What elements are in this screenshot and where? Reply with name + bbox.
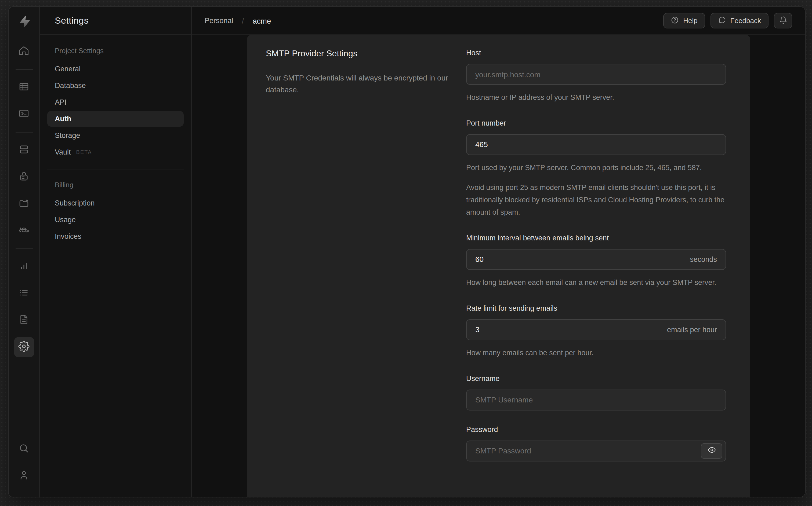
interval-label: Minimum interval between emails being se… bbox=[466, 234, 726, 242]
help-button[interactable]: Help bbox=[663, 13, 705, 28]
password-input-wrap bbox=[466, 440, 726, 461]
bar-chart-icon bbox=[18, 260, 29, 273]
sidebar-section-divider bbox=[47, 170, 184, 170]
sidebar-nav: Project Settings General Database API Au… bbox=[40, 35, 191, 257]
sidebar-item-api[interactable]: API bbox=[47, 94, 184, 110]
nav-heading-project-settings: Project Settings bbox=[47, 47, 184, 55]
sidebar-title: Settings bbox=[40, 7, 191, 35]
bell-icon bbox=[779, 16, 787, 25]
rail-user-button[interactable] bbox=[14, 466, 34, 486]
rail-reports-button[interactable] bbox=[14, 256, 34, 277]
rail-settings-button[interactable] bbox=[14, 337, 34, 357]
rate-limit-input[interactable] bbox=[475, 325, 661, 334]
lightning-bolt-icon bbox=[17, 15, 30, 28]
rail-logs-button[interactable] bbox=[14, 283, 34, 304]
list-icon bbox=[18, 287, 29, 300]
message-circle-icon bbox=[718, 16, 726, 25]
rail-storage-button[interactable] bbox=[14, 194, 34, 214]
toggle-password-visibility-button[interactable] bbox=[701, 443, 722, 458]
interval-unit: seconds bbox=[690, 255, 717, 263]
interval-helper: How long between each email can a new em… bbox=[466, 277, 726, 289]
top-bar: Personal / acme Help Feedback bbox=[192, 7, 805, 35]
feedback-button[interactable]: Feedback bbox=[711, 13, 768, 28]
user-icon bbox=[18, 470, 29, 482]
sidebar-item-database[interactable]: Database bbox=[47, 78, 184, 93]
breadcrumb-separator: / bbox=[242, 16, 244, 25]
sidebar-item-general[interactable]: General bbox=[47, 61, 184, 77]
port-input-wrap bbox=[466, 134, 726, 155]
interval-field-group: Minimum interval between emails being se… bbox=[466, 234, 726, 289]
rail-sql-editor-button[interactable] bbox=[14, 104, 34, 124]
settings-sidebar: Settings Project Settings General Databa… bbox=[40, 7, 192, 497]
sidebar-item-subscription[interactable]: Subscription bbox=[47, 195, 184, 211]
beta-badge: BETA bbox=[76, 149, 92, 155]
sidebar-item-vault[interactable]: Vault BETA bbox=[47, 144, 184, 160]
sidebar-item-usage[interactable]: Usage bbox=[47, 212, 184, 228]
nav-heading-billing: Billing bbox=[47, 181, 184, 189]
folder-icon bbox=[18, 197, 29, 210]
username-input[interactable] bbox=[475, 396, 717, 404]
smtp-form: Host Hostname or IP address of your SMTP… bbox=[466, 49, 726, 489]
rail-table-editor-button[interactable] bbox=[14, 77, 34, 98]
sidebar-item-invoices[interactable]: Invoices bbox=[47, 229, 184, 244]
section-info: SMTP Provider Settings Your SMTP Credent… bbox=[266, 49, 466, 489]
rail-search-button[interactable] bbox=[14, 439, 34, 459]
interval-input[interactable] bbox=[475, 255, 683, 263]
terminal-icon bbox=[18, 108, 29, 121]
header-actions: Help Feedback bbox=[663, 13, 792, 28]
help-circle-icon bbox=[671, 16, 679, 25]
rail-home-button[interactable] bbox=[14, 41, 34, 62]
app-window: Settings Project Settings General Databa… bbox=[8, 6, 806, 497]
interval-input-wrap: seconds bbox=[466, 249, 726, 270]
port-label: Port number bbox=[466, 119, 726, 127]
breadcrumb: Personal / acme bbox=[205, 16, 271, 25]
settings-content: SMTP Provider Settings Your SMTP Credent… bbox=[192, 35, 805, 497]
rail-docs-button[interactable] bbox=[14, 310, 34, 331]
lock-icon bbox=[18, 171, 29, 183]
rail-database-button[interactable] bbox=[14, 140, 34, 160]
smtp-settings-card: SMTP Provider Settings Your SMTP Credent… bbox=[247, 35, 750, 497]
rate-limit-field-group: Rate limit for sending emails emails per… bbox=[466, 304, 726, 359]
rail-divider bbox=[15, 132, 32, 133]
rail-auth-button[interactable] bbox=[14, 167, 34, 187]
main-area: Personal / acme Help Feedback bbox=[192, 7, 805, 497]
rate-limit-input-wrap: emails per hour bbox=[466, 319, 726, 340]
desktop: Settings Project Settings General Databa… bbox=[0, 0, 812, 506]
host-input[interactable] bbox=[475, 70, 717, 79]
port-helper: Port used by your SMTP server. Common po… bbox=[466, 162, 726, 174]
section-title: SMTP Provider Settings bbox=[266, 49, 466, 59]
notifications-button[interactable] bbox=[774, 13, 792, 28]
gear-icon bbox=[18, 341, 29, 354]
password-field-group: Password bbox=[466, 425, 726, 461]
file-text-icon bbox=[18, 314, 29, 327]
password-input[interactable] bbox=[475, 446, 695, 455]
host-helper: Hostname or IP address of your SMTP serv… bbox=[466, 92, 726, 104]
sidebar-item-storage[interactable]: Storage bbox=[47, 128, 184, 143]
rate-limit-helper: How many emails can be sent per hour. bbox=[466, 347, 726, 359]
username-label: Username bbox=[466, 374, 726, 382]
port-warning-note: Avoid using port 25 as modern SMTP email… bbox=[466, 182, 726, 219]
help-button-label: Help bbox=[683, 17, 697, 25]
sidebar-item-auth[interactable]: Auth bbox=[47, 111, 184, 126]
rate-limit-unit: emails per hour bbox=[667, 325, 717, 334]
database-icon bbox=[18, 144, 29, 157]
host-field-group: Host Hostname or IP address of your SMTP… bbox=[466, 49, 726, 104]
rail-edge-functions-button[interactable] bbox=[14, 221, 34, 241]
port-input[interactable] bbox=[475, 140, 717, 149]
orbit-icon bbox=[18, 224, 29, 237]
host-label: Host bbox=[466, 49, 726, 57]
breadcrumb-org[interactable]: Personal bbox=[205, 17, 233, 25]
eye-icon bbox=[708, 446, 716, 455]
username-input-wrap bbox=[466, 389, 726, 410]
rail-divider bbox=[15, 248, 32, 249]
feedback-button-label: Feedback bbox=[730, 17, 761, 25]
host-input-wrap bbox=[466, 64, 726, 85]
breadcrumb-project[interactable]: acme bbox=[253, 16, 271, 25]
password-label: Password bbox=[466, 425, 726, 433]
supabase-logo[interactable] bbox=[15, 12, 33, 30]
rail-divider bbox=[15, 69, 32, 70]
sidebar-item-vault-text: Vault bbox=[55, 148, 71, 156]
port-field-group: Port number Port used by your SMTP serve… bbox=[466, 119, 726, 219]
home-icon bbox=[18, 45, 29, 58]
search-icon bbox=[18, 443, 29, 455]
